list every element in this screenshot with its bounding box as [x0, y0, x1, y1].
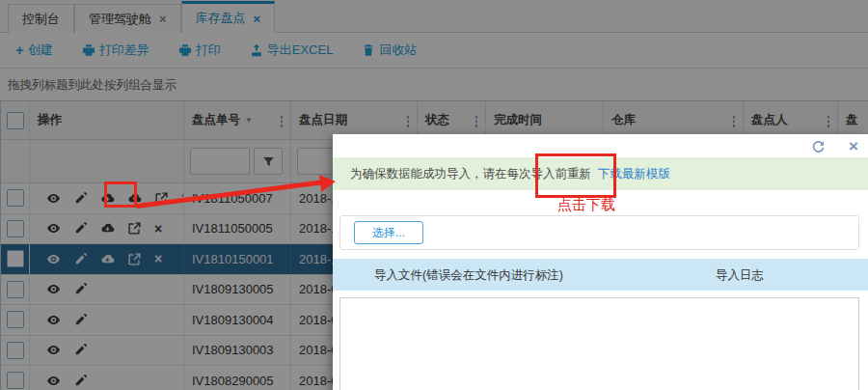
annotation-arrow-head: [319, 173, 337, 192]
choose-file-button[interactable]: 选择...: [354, 221, 423, 244]
annotation-hint-text: 点击下载: [557, 196, 615, 214]
annotation-box-upload-icon: [104, 181, 137, 208]
file-picker-box: 选择...: [339, 215, 859, 250]
import-file-column-header: 导入文件(错误会在文件内进行标注): [374, 267, 563, 284]
import-grid-header: 导入文件(错误会在文件内进行标注) 导入日志: [333, 259, 868, 291]
annotation-box-download-link: [535, 153, 616, 198]
close-icon[interactable]: ×: [849, 140, 858, 153]
refresh-icon[interactable]: [811, 140, 826, 158]
import-log-column-header: 导入日志: [716, 267, 764, 284]
import-file-list: [339, 297, 859, 390]
